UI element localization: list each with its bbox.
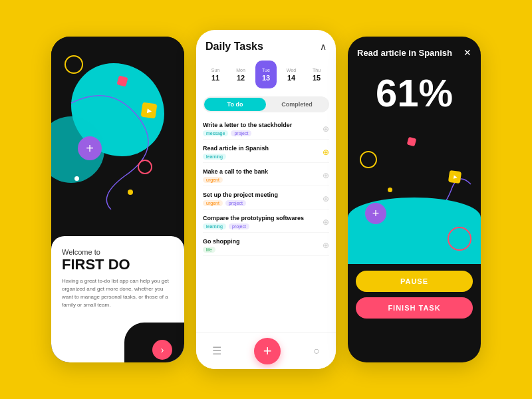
task-item-6[interactable]: Go shopping life ⊕ (203, 234, 329, 256)
task-item-3[interactable]: Make a call to the bank urgent ⊕ (203, 164, 329, 186)
art-plus-circle: + (365, 203, 386, 224)
task-clock-1: ⊕ (323, 124, 329, 134)
article-illustration: + (348, 118, 481, 264)
task-name-1: Write a letter to the stackholder (203, 122, 292, 128)
task-clock-2: ⊕ (323, 148, 329, 157)
art-yellow-circle (360, 151, 377, 168)
task-item-2[interactable]: Read article in Spanish learning ⊕ (203, 141, 329, 163)
task-item-4[interactable]: Set up the project meeting urgent projec… (203, 188, 329, 209)
task-name-5: Compare the prototyping softwares (203, 215, 304, 221)
welcome-label: Welcome to (62, 248, 174, 256)
art-red-circle (448, 227, 471, 251)
tasks-title: Daily Tasks (205, 41, 263, 53)
next-arrow-button[interactable]: › (152, 340, 172, 360)
percent-value: 61% (376, 71, 453, 114)
pause-button[interactable]: PAUSE (356, 271, 473, 292)
tag-learning: learning (203, 154, 226, 160)
stats-icon[interactable]: ∧ (320, 41, 327, 52)
task-name-3: Make a call to the bank (203, 168, 268, 175)
cal-day-tue[interactable]: Tue 13 (255, 61, 277, 88)
task-item-5[interactable]: Compare the prototyping softwares learni… (203, 211, 329, 233)
task-item-1[interactable]: Write a letter to the stackholder messag… (203, 118, 329, 140)
task-clock-4: ⊕ (323, 194, 329, 203)
squiggle-line (58, 76, 178, 209)
bottom-nav: ☰ + ○ (196, 332, 336, 369)
tag-learning-2: learning (203, 223, 226, 229)
daily-tasks-card: Daily Tasks ∧ Sun 11 Mon 12 Tue 13 Wed 1… (196, 30, 336, 369)
task-clock-3: ⊕ (323, 171, 329, 180)
tag-message: message (203, 130, 228, 136)
task-clock-5: ⊕ (323, 217, 329, 227)
close-button[interactable]: ✕ (464, 47, 471, 58)
tab-completed[interactable]: Completed (266, 98, 328, 111)
tasks-list: Write a letter to the stackholder messag… (196, 118, 336, 256)
tab-todo[interactable]: To do (204, 98, 266, 111)
tag-urgent: urgent (203, 177, 223, 183)
cal-day-thu[interactable]: Thu 15 (306, 61, 327, 88)
article-card: Read article in Spanish ✕ 61% + PAUSE FI… (348, 37, 481, 362)
finish-task-button[interactable]: FINISH TASK (356, 297, 473, 319)
cal-day-wed[interactable]: Wed 14 (281, 61, 302, 88)
cal-day-sun[interactable]: Sun 11 (205, 61, 226, 88)
task-name-4: Set up the project meeting (203, 192, 278, 198)
profile-icon[interactable]: ○ (313, 345, 320, 357)
app-title: FIRST DO (62, 257, 174, 272)
task-name-6: Go shopping (203, 238, 240, 245)
art-yellow-dot (388, 188, 392, 192)
card1-illustration: + (51, 37, 184, 236)
add-task-button[interactable]: + (254, 338, 281, 364)
yellow-dot (128, 190, 133, 195)
red-circle-outline (138, 160, 152, 174)
card1-text-area: Welcome to FIRST DO Having a great to-do… (51, 236, 184, 362)
article-title: Read article in Spanish (357, 48, 452, 58)
art-red-square (407, 137, 417, 147)
tasks-header: Daily Tasks ∧ (196, 30, 336, 58)
app-description: Having a great to-do list app can help y… (62, 277, 174, 309)
action-buttons: PAUSE FINISH TASK (348, 264, 481, 329)
task-clock-6: ⊕ (323, 241, 329, 250)
progress-percent: 61% (348, 63, 481, 118)
white-dot (74, 176, 79, 181)
tag-project: project (231, 130, 251, 136)
tag-urgent-2: urgent (203, 200, 223, 206)
article-header: Read article in Spanish ✕ (348, 37, 481, 63)
task-name-2: Read article in Spanish (203, 145, 269, 152)
tag-life: life (203, 247, 215, 253)
plus-purple-circle: + (78, 136, 102, 160)
calendar-row: Sun 11 Mon 12 Tue 13 Wed 14 Thu 15 (196, 58, 336, 94)
welcome-card: + Welcome to FIRST DO Having a great to-… (51, 37, 184, 362)
tag-project-3: project (229, 223, 249, 229)
play-button-shape (141, 102, 158, 119)
yellow-circle-outline (65, 55, 83, 74)
list-icon[interactable]: ☰ (212, 344, 221, 357)
art-yellow-play (448, 170, 462, 184)
cal-day-mon[interactable]: Mon 12 (230, 61, 251, 88)
tab-row: To do Completed (203, 96, 329, 112)
tag-project-2: project (225, 200, 246, 206)
